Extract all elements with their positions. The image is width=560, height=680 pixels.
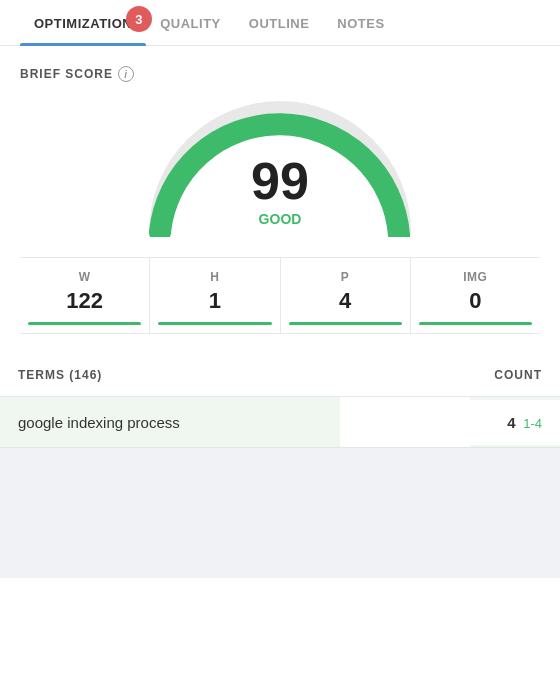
tab-quality[interactable]: QUALITY — [146, 0, 235, 45]
stat-img: IMG 0 — [411, 258, 540, 333]
table-row[interactable]: google indexing process 4 1-4 — [0, 397, 560, 448]
tab-optimization-label: OPTIMIZATION — [34, 16, 132, 31]
term-text: google indexing process — [0, 400, 340, 445]
terms-count-label: COUNT — [494, 368, 542, 382]
tab-notes[interactable]: NOTES — [323, 0, 398, 45]
empty-area — [0, 448, 560, 578]
term-count: 4 — [507, 414, 515, 431]
tab-bar: OPTIMIZATION 3 QUALITY OUTLINE NOTES — [0, 0, 560, 46]
stat-img-value: 0 — [419, 288, 532, 314]
brief-score-text: BRIEF SCORE — [20, 67, 113, 81]
terms-header: TERMS (146) COUNT — [0, 354, 560, 397]
tab-optimization[interactable]: OPTIMIZATION 3 — [20, 0, 146, 45]
stat-h-letter: H — [158, 270, 271, 284]
gauge-status: GOOD — [251, 211, 309, 227]
gauge-score: 99 — [251, 155, 309, 207]
gauge-container: 99 GOOD — [20, 92, 540, 237]
stat-w-value: 122 — [28, 288, 141, 314]
stat-p: P 4 — [281, 258, 411, 333]
tab-outline-label: OUTLINE — [249, 16, 310, 31]
stat-w: W 122 — [20, 258, 150, 333]
stat-h: H 1 — [150, 258, 280, 333]
stat-img-bar — [419, 322, 532, 325]
gauge-text: 99 GOOD — [251, 155, 309, 227]
term-range: 1-4 — [520, 416, 542, 431]
stat-p-bar — [289, 322, 402, 325]
stat-img-letter: IMG — [419, 270, 532, 284]
stat-w-bar — [28, 322, 141, 325]
stat-h-value: 1 — [158, 288, 271, 314]
tab-notes-label: NOTES — [337, 16, 384, 31]
info-icon[interactable]: i — [118, 66, 134, 82]
tab-quality-label: QUALITY — [160, 16, 221, 31]
stat-h-bar — [158, 322, 271, 325]
term-bar-area — [340, 397, 470, 447]
term-count-area: 4 1-4 — [470, 400, 560, 445]
terms-section: TERMS (146) COUNT google indexing proces… — [0, 354, 560, 578]
brief-score-header: BRIEF SCORE i — [20, 66, 540, 82]
stat-p-letter: P — [289, 270, 402, 284]
tab-outline[interactable]: OUTLINE — [235, 0, 324, 45]
terms-title: TERMS (146) — [18, 368, 102, 382]
stat-p-value: 4 — [289, 288, 402, 314]
stats-row: W 122 H 1 P 4 IMG 0 — [20, 257, 540, 334]
main-container: OPTIMIZATION 3 QUALITY OUTLINE NOTES BRI… — [0, 0, 560, 680]
stat-w-letter: W — [28, 270, 141, 284]
content-area: BRIEF SCORE i 99 GOOD W 122 — [0, 46, 560, 354]
